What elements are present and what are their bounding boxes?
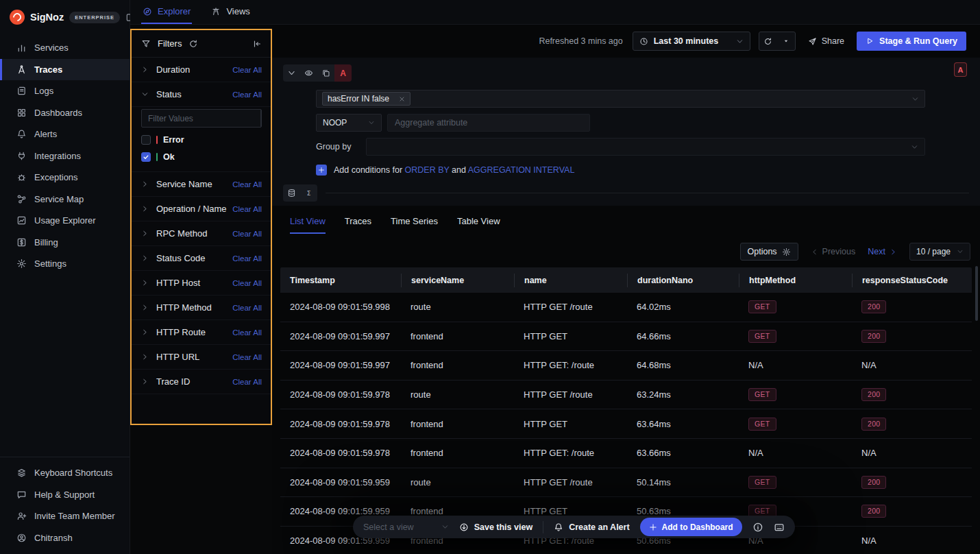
query-copy-button[interactable] xyxy=(317,64,334,82)
tab-explorer[interactable]: Explorer xyxy=(141,0,192,24)
clear-all-link[interactable]: Clear All xyxy=(232,230,262,238)
view-tab-list-view[interactable]: List View xyxy=(290,216,326,234)
checkbox-error[interactable] xyxy=(141,135,151,145)
info-icon[interactable] xyxy=(752,522,763,533)
stage-run-query-button[interactable]: Stage & Run Query xyxy=(857,32,966,51)
filter-tag[interactable]: hasError IN false xyxy=(322,92,411,106)
filter-group-http-method[interactable]: HTTP MethodClear All xyxy=(132,296,271,320)
aggregation-interval-link[interactable]: AGGREGATION INTERVAL xyxy=(468,165,575,175)
sync-icon[interactable] xyxy=(188,39,198,49)
refresh-options-button[interactable] xyxy=(777,32,795,50)
sidebar-item-traces[interactable]: Traces xyxy=(0,59,130,81)
table-row[interactable]: 2024-08-09 09:01:59.959routeHTTP GET /ro… xyxy=(280,468,972,498)
sidebar-item-keyboard-shortcuts[interactable]: Keyboard Shortcuts xyxy=(0,462,130,484)
filter-group-http-route[interactable]: HTTP RouteClear All xyxy=(132,320,271,345)
query-collapse-button[interactable] xyxy=(283,64,300,82)
sidebar-item-service-map[interactable]: Service Map xyxy=(0,189,130,210)
sidebar-item-services[interactable]: Services xyxy=(0,37,130,59)
filter-group-http-url[interactable]: HTTP URLClear All xyxy=(132,345,271,370)
table-row[interactable]: 2024-08-09 09:01:59.997frontendHTTP GET6… xyxy=(280,322,972,352)
clear-all-link[interactable]: Clear All xyxy=(232,353,262,361)
sidebar-item-settings[interactable]: Settings xyxy=(0,253,130,275)
create-alert-button[interactable]: Create an Alert xyxy=(554,522,629,532)
sidebar-item-chitransh[interactable]: Chitransh xyxy=(0,527,130,549)
collapse-filters-icon[interactable] xyxy=(252,39,262,49)
sidebar-item-dashboards[interactable]: Dashboards xyxy=(0,102,130,124)
share-icon xyxy=(808,37,817,46)
query-visibility-button[interactable] xyxy=(300,64,317,82)
filter-group-rpc-method[interactable]: RPC MethodClear All xyxy=(132,221,271,246)
table-row[interactable]: 2024-08-09 09:01:59.978frontendHTTP GET6… xyxy=(280,409,972,439)
filter-values-input[interactable] xyxy=(142,110,260,127)
table-row[interactable]: 2024-08-09 09:01:59.997frontendHTTP GET:… xyxy=(280,351,972,381)
filter-group-service-name[interactable]: Service NameClear All xyxy=(132,172,271,197)
sidebar-item-invite-team-member[interactable]: Invite Team Member xyxy=(0,505,130,527)
options-button[interactable]: Options xyxy=(740,243,798,261)
refresh-button[interactable] xyxy=(759,32,777,50)
filter-group-http-host[interactable]: HTTP HostClear All xyxy=(132,271,271,296)
cell-durationnano: 63.64ms xyxy=(627,419,739,429)
formula-mode-button[interactable]: Σ xyxy=(300,184,317,202)
clear-all-link[interactable]: Clear All xyxy=(232,378,262,386)
clear-all-link[interactable]: Clear All xyxy=(232,91,262,99)
view-tab-time-series[interactable]: Time Series xyxy=(391,216,438,234)
table-row[interactable]: 2024-08-09 09:01:59.978frontendHTTP GET:… xyxy=(280,439,972,468)
scrollbar[interactable] xyxy=(975,266,978,321)
tab-explorer-label: Explorer xyxy=(158,6,191,16)
query-filter-bar[interactable]: hasError IN false xyxy=(316,90,925,108)
query-badge[interactable]: A xyxy=(954,62,967,77)
sidebar-item-usage-explorer[interactable]: Usage Explorer xyxy=(0,210,130,232)
close-icon[interactable] xyxy=(399,96,405,102)
checkbox-ok[interactable] xyxy=(141,152,151,162)
aggregate-operator-select[interactable]: NOOP xyxy=(316,114,382,132)
search-button[interactable] xyxy=(260,110,262,127)
select-view-dropdown[interactable]: Select a view xyxy=(363,522,449,532)
share-button[interactable]: Share xyxy=(804,36,848,46)
page-size-select[interactable]: 10 / page xyxy=(909,243,970,261)
clear-all-link[interactable]: Clear All xyxy=(232,180,262,189)
query-name-chip[interactable]: A xyxy=(334,64,352,82)
clear-all-link[interactable]: Clear All xyxy=(232,254,262,263)
column-header-timestamp[interactable]: Timestamp xyxy=(280,274,401,287)
previous-page-button[interactable]: Previous xyxy=(811,247,856,256)
sidebar-item-billing[interactable]: Billing xyxy=(0,232,130,254)
column-header-httpmethod[interactable]: httpMethod xyxy=(739,274,852,287)
next-page-button[interactable]: Next xyxy=(868,247,897,256)
column-header-name[interactable]: name xyxy=(514,274,627,287)
sidebar-item-exceptions[interactable]: Exceptions xyxy=(0,167,130,189)
view-tab-table-view[interactable]: Table View xyxy=(457,216,500,234)
column-header-durationnano[interactable]: durationNano xyxy=(627,274,739,287)
tab-views[interactable]: Views xyxy=(210,0,251,24)
column-header-responsestatuscode[interactable]: responseStatusCode xyxy=(852,274,972,287)
clear-all-link[interactable]: Clear All xyxy=(232,66,262,74)
clear-all-link[interactable]: Clear All xyxy=(232,279,262,287)
query-builder-mode-button[interactable] xyxy=(283,184,300,202)
filter-group-status-code[interactable]: Status CodeClear All xyxy=(132,246,271,271)
keyboard-icon[interactable] xyxy=(774,522,785,533)
time-range-select[interactable]: Last 30 minutes xyxy=(633,32,750,51)
sidebar-item-alerts[interactable]: Alerts xyxy=(0,123,130,145)
filter-group-trace-id[interactable]: Trace IDClear All xyxy=(132,370,271,394)
add-conditions-button[interactable] xyxy=(316,165,327,176)
add-to-dashboard-button[interactable]: Add to Dashboard xyxy=(640,518,742,536)
bell-icon xyxy=(554,522,563,532)
clear-all-link[interactable]: Clear All xyxy=(232,304,262,312)
sidebar: SigNoz ENTERPRISE ServicesTracesLogsDash… xyxy=(0,0,130,554)
column-header-servicename[interactable]: serviceName xyxy=(401,274,514,287)
save-view-button[interactable]: Save this view xyxy=(459,522,532,532)
view-tab-traces[interactable]: Traces xyxy=(345,216,371,234)
sidebar-item-integrations[interactable]: Integrations xyxy=(0,145,130,167)
sidebar-item-logs[interactable]: Logs xyxy=(0,80,130,102)
order-by-link[interactable]: ORDER BY xyxy=(405,165,450,175)
cell-timestamp: 2024-08-09 09:01:59.998 xyxy=(280,302,401,312)
group-by-input[interactable] xyxy=(366,138,925,156)
filter-group-operation-name[interactable]: Operation / NameClear All xyxy=(132,197,271,221)
sidebar-item-help-support[interactable]: Help & Support xyxy=(0,484,130,506)
clear-all-link[interactable]: Clear All xyxy=(232,328,262,337)
filter-group-status[interactable]: StatusClear All xyxy=(132,82,271,107)
table-row[interactable]: 2024-08-09 09:01:59.978routeHTTP GET /ro… xyxy=(280,381,972,410)
clear-all-link[interactable]: Clear All xyxy=(232,205,262,213)
table-row[interactable]: 2024-08-09 09:01:59.998routeHTTP GET /ro… xyxy=(280,293,972,322)
filter-group-duration[interactable]: DurationClear All xyxy=(132,58,271,82)
aggregate-attribute-input[interactable] xyxy=(387,114,590,132)
